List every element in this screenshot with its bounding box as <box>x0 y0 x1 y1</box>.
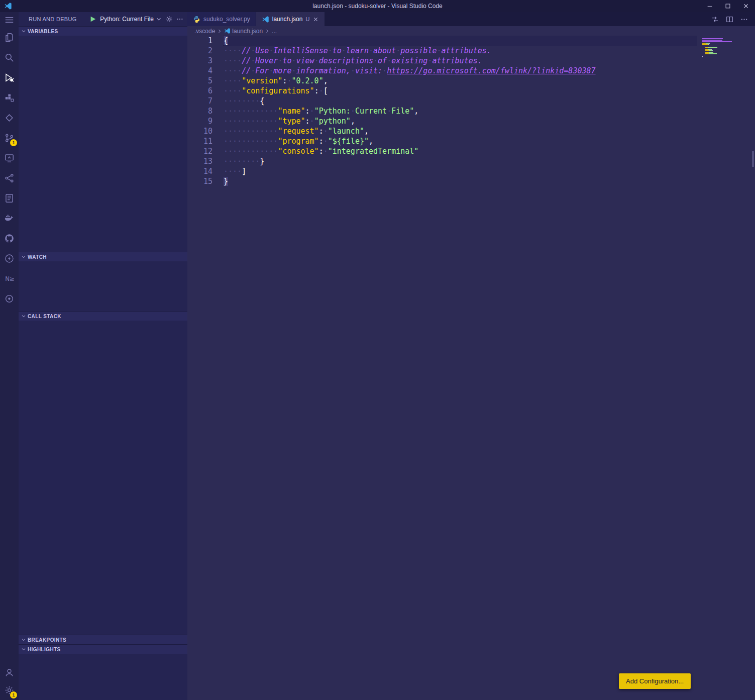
activity-item-explorer[interactable] <box>0 27 19 47</box>
editor[interactable]: 1{2····//·Use·IntelliSense·to·learn·abou… <box>187 36 755 700</box>
breadcrumb-item[interactable]: .vscode <box>194 28 215 35</box>
vscode-file-icon <box>224 28 231 34</box>
code-token: ] <box>242 167 246 176</box>
minimap-segment <box>701 50 705 51</box>
whitespace-dot: · <box>246 96 251 106</box>
whitespace-dot: · <box>255 107 260 116</box>
add-configuration-button[interactable]: Add Configuration... <box>619 673 691 689</box>
activity-item-settings-gear[interactable]: 1 <box>0 680 19 700</box>
activity-item-docker-whale[interactable] <box>0 208 19 228</box>
line-text: ····"configurations":·[ <box>224 86 697 96</box>
minimap-segment <box>708 47 717 48</box>
code-lines[interactable]: 1{2····//·Use·IntelliSense·to·learn·abou… <box>187 36 755 186</box>
close-button[interactable] <box>737 0 755 12</box>
whitespace-dot: · <box>387 56 391 65</box>
minimap-segment <box>712 50 713 51</box>
activity-item-search[interactable] <box>0 47 19 67</box>
activity-item-github[interactable] <box>0 228 19 248</box>
code-token: : <box>305 107 310 116</box>
code-line[interactable]: 4····//·For·more·information,·visit:·htt… <box>187 66 755 76</box>
more-actions-icon[interactable] <box>176 16 183 23</box>
minimap[interactable] <box>701 37 748 59</box>
activity-item-remote-window[interactable] <box>0 148 19 168</box>
tab-launch.json[interactable]: launch.jsonU <box>256 12 326 26</box>
line-number: 11 <box>187 136 224 146</box>
activity-item-notebook[interactable] <box>0 188 19 208</box>
code-line[interactable]: 3····//·Hover·to·view·descriptions·of·ex… <box>187 56 755 66</box>
close-icon[interactable] <box>312 16 319 23</box>
activity-item-lightning[interactable] <box>0 248 19 268</box>
whitespace-dot: · <box>228 137 233 146</box>
minimize-button[interactable] <box>701 0 719 12</box>
code-line[interactable]: 1{ <box>187 36 755 46</box>
code-token: , <box>364 127 369 136</box>
maximize-button[interactable] <box>719 0 737 12</box>
code-line[interactable]: 9············"type":·"python", <box>187 116 755 126</box>
activity-item-account[interactable] <box>0 665 19 680</box>
open-changes-icon[interactable] <box>711 16 719 23</box>
whitespace-dot: · <box>237 117 242 126</box>
activity-item-menu[interactable] <box>0 12 19 27</box>
code-line[interactable]: 14····] <box>187 166 755 176</box>
code-line[interactable]: 15} <box>187 176 755 186</box>
whitespace-dot: · <box>233 56 237 65</box>
whitespace-dot: · <box>251 147 255 156</box>
activity-item-circle-dot[interactable] <box>0 288 19 309</box>
sidebar-run-and-debug: RUN AND DEBUG Python: Current File VARIA… <box>19 12 187 700</box>
section-header-highlights[interactable]: HIGHLIGHTS <box>19 644 187 654</box>
activity-item-git-branch[interactable]: 1 <box>0 128 19 148</box>
line-text: ········{ <box>224 96 697 106</box>
split-editor-icon[interactable] <box>726 16 733 23</box>
section-body-highlights <box>19 654 187 700</box>
code-token: For <box>255 66 269 75</box>
line-number: 6 <box>187 86 224 96</box>
more-actions-icon[interactable] <box>740 16 748 23</box>
whitespace-dot: · <box>233 127 237 136</box>
line-text: ····//·Hover·to·view·descriptions·of·exi… <box>224 56 697 66</box>
scrollbar-thumb[interactable] <box>752 151 754 167</box>
code-line[interactable]: 7········{ <box>187 96 755 106</box>
breadcrumb-item[interactable]: ... <box>272 28 277 35</box>
code-token: "program" <box>278 137 318 146</box>
code-line[interactable]: 8············"name":·"Python:·Current·Fi… <box>187 106 755 116</box>
breadcrumb-item[interactable]: launch.json <box>232 28 263 35</box>
code-line[interactable]: 13········} <box>187 156 755 166</box>
launch-config-dropdown[interactable]: Python: Current File <box>100 16 162 23</box>
line-number: 5 <box>187 76 224 86</box>
gear-icon[interactable] <box>166 16 173 23</box>
line-number: 15 <box>187 176 224 186</box>
section-header-watch[interactable]: WATCH <box>19 252 187 261</box>
activity-item-extensions[interactable] <box>0 87 19 108</box>
minimap-segment <box>705 50 709 51</box>
whitespace-dot: · <box>246 107 251 116</box>
github-icon <box>5 234 14 243</box>
whitespace-dot: · <box>328 46 333 55</box>
minimap-segment <box>708 44 709 45</box>
code-line[interactable]: 11············"program":·"${file}", <box>187 136 755 146</box>
section-header-breakpoints[interactable]: BREAKPOINTS <box>19 635 187 644</box>
tab-suduko_solver.py[interactable]: suduko_solver.py <box>187 12 256 26</box>
code-line[interactable]: 6····"configurations":·[ <box>187 86 755 96</box>
activity-item-share[interactable] <box>0 168 19 188</box>
activity-item-run-debug[interactable] <box>0 67 19 87</box>
line-number: 2 <box>187 46 224 56</box>
minimap-segment <box>705 52 709 53</box>
whitespace-dot: · <box>251 137 255 146</box>
whitespace-dot: · <box>233 147 237 156</box>
window-title: launch.json - sudoku-solver - Visual Stu… <box>0 3 755 10</box>
section-header-variables[interactable]: VARIABLES <box>19 26 187 36</box>
section-header-call-stack[interactable]: CALL STACK <box>19 311 187 321</box>
whitespace-dot: · <box>269 46 273 55</box>
minimap-segment <box>713 52 713 53</box>
whitespace-dot: · <box>224 117 228 126</box>
minimap-segment <box>704 46 704 47</box>
code-line[interactable]: 12············"console":·"integratedTerm… <box>187 146 755 156</box>
code-line[interactable]: 2····//·Use·IntelliSense·to·learn·about·… <box>187 46 755 56</box>
activity-item-diamond[interactable] <box>0 108 19 128</box>
code-line[interactable]: 10············"request":·"launch", <box>187 126 755 136</box>
debug-play-icon[interactable] <box>89 16 96 23</box>
whitespace-dot: · <box>264 107 269 116</box>
line-text: ············"name":·"Python:·Current·Fil… <box>224 106 697 116</box>
activity-item-n-math[interactable]: N≥ <box>0 268 19 288</box>
code-line[interactable]: 5····"version":·"0.2.0", <box>187 76 755 86</box>
